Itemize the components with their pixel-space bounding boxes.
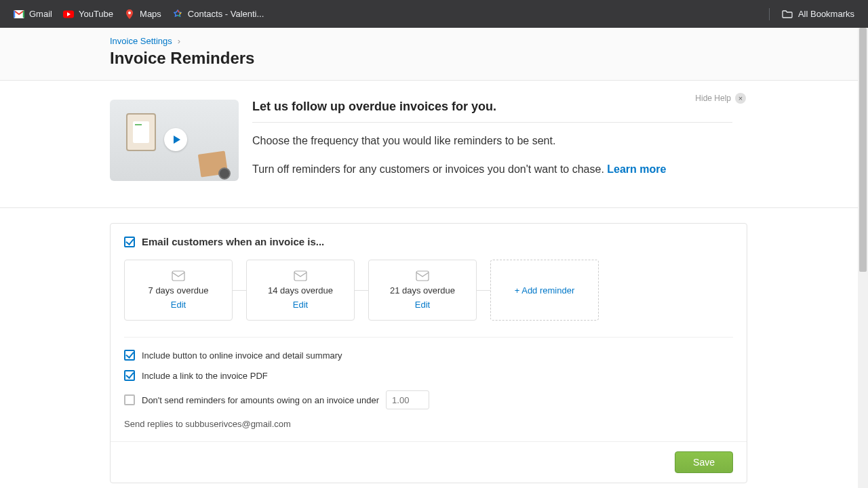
bookmark-label: YouTube [79,9,113,19]
scrollbar[interactable] [858,28,868,488]
reminder-label: 14 days overdue [268,285,333,296]
learn-more-link[interactable]: Learn more [607,163,666,175]
reminder-label: 21 days overdue [390,285,455,296]
include-pdf-label: Include a link to the invoice PDF [142,371,268,381]
browser-bookmark-bar: Gmail YouTube Maps Contacts - Valenti...… [0,0,868,28]
folder-icon [782,9,793,20]
reminder-label: 7 days overdue [149,285,209,296]
reminder-edit-link[interactable]: Edit [171,300,186,310]
help-heading: Let us follow up overdue invoices for yo… [252,100,732,123]
send-replies-text: Send replies to subbuserivces@gmail.com [124,419,733,429]
play-video-button[interactable] [164,128,187,151]
bookmark-label: Gmail [29,9,52,19]
maps-icon [124,9,135,20]
envelope-icon [416,270,429,281]
svg-rect-4 [294,271,307,281]
help-line-2: Turn off reminders for any customers or … [252,161,732,178]
breadcrumb: Invoice Settings › [110,36,868,46]
all-bookmarks-button[interactable]: All Bookmarks [776,5,860,23]
all-bookmarks-label: All Bookmarks [798,9,854,19]
hide-help-label: Hide Help [695,94,731,103]
chevron-right-icon: › [178,36,180,46]
reminder-card-14days: 14 days overdue Edit [246,260,355,321]
help-banner: Hide Help × Let us follow up overdue inv… [0,81,868,208]
amount-threshold-input[interactable] [386,390,429,409]
close-icon: × [735,93,746,104]
include-pdf-checkbox[interactable] [124,370,135,381]
include-button-option: Include button to online invoice and det… [124,350,733,361]
include-button-checkbox[interactable] [124,350,135,361]
gmail-icon [14,9,24,20]
svg-point-2 [128,12,131,14]
reminder-edit-link[interactable]: Edit [415,300,430,310]
hide-help-button[interactable]: Hide Help × [695,93,746,104]
youtube-icon [63,9,74,20]
add-reminder-button[interactable]: + Add reminder [490,260,599,321]
include-pdf-option: Include a link to the invoice PDF [124,370,733,381]
envelope-icon [172,270,185,281]
page-header: Invoice Settings › Invoice Reminders [0,28,868,81]
section-header-label: Email customers when an invoice is... [142,236,324,247]
bookmark-label: Contacts - Valenti... [188,9,264,19]
bookmark-maps[interactable]: Maps [119,5,167,23]
include-button-label: Include button to online invoice and det… [142,350,342,361]
reminder-edit-link[interactable]: Edit [293,300,308,310]
reminder-card-21days: 21 days overdue Edit [368,260,477,321]
bookmark-gmail[interactable]: Gmail [8,5,58,23]
email-customers-checkbox[interactable] [124,237,135,247]
play-icon [174,136,180,144]
breadcrumb-parent-link[interactable]: Invoice Settings [110,36,172,46]
page-title: Invoice Reminders [110,49,868,68]
bookmark-youtube[interactable]: YouTube [58,5,119,23]
dont-send-label: Don't send reminders for amounts owing o… [142,395,379,405]
settings-card: Email customers when an invoice is... 7 … [110,223,747,483]
help-illustration [110,100,239,181]
dont-send-checkbox[interactable] [124,394,135,405]
svg-rect-3 [172,271,184,281]
help-line-1: Choose the frequency that you would like… [252,132,732,150]
bookmark-divider [769,8,770,20]
card-footer: Save [111,441,747,483]
reminder-row: 7 days overdue Edit 14 days overdue Edit… [124,260,733,321]
envelope-icon [294,270,307,281]
reminder-card-7days: 7 days overdue Edit [124,260,233,321]
bookmark-contacts[interactable]: Contacts - Valenti... [167,5,269,23]
dont-send-option: Don't send reminders for amounts owing o… [124,390,733,409]
bookmark-label: Maps [140,9,161,19]
contacts-icon [172,9,183,20]
scrollbar-thumb[interactable] [859,28,867,272]
svg-rect-5 [416,271,429,281]
save-button[interactable]: Save [675,451,733,473]
